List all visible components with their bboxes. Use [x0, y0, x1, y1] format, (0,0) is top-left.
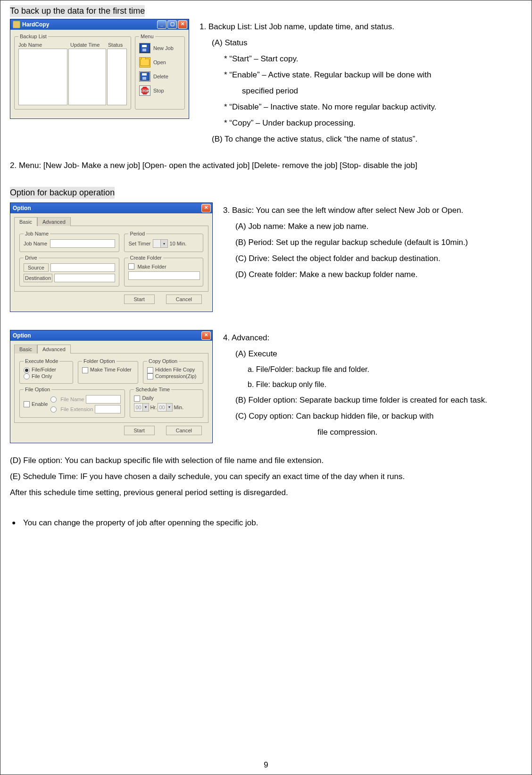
folder-name-input[interactable] — [128, 271, 200, 280]
period-value: 10 Min. — [170, 241, 187, 246]
menu-delete[interactable]: Delete — [139, 71, 181, 82]
document-page: To back up the data for the first time H… — [0, 0, 532, 775]
cancel-button[interactable]: Cancel — [166, 295, 202, 304]
job-list-area[interactable] — [18, 49, 67, 105]
update-time-area[interactable] — [68, 49, 106, 105]
chevron-down-icon: ▾ — [160, 240, 167, 247]
menu-delete-label: Delete — [153, 74, 168, 79]
filename-radio[interactable] — [50, 396, 57, 403]
hardcopy-app-icon — [13, 21, 20, 28]
fileopt-enable-label: Enable — [32, 401, 48, 407]
row-option-advanced: Option ✕ Basic Advanced Execute Mode Fil… — [10, 330, 522, 443]
exec-group: Execute Mode File/Folder File Only — [19, 358, 73, 384]
fileext-radio[interactable] — [50, 406, 57, 413]
adv-explain: 4. Advanced: (A) Execute a. File/Folder:… — [223, 330, 522, 440]
t1-b: (B) To change the active status, click “… — [200, 131, 522, 147]
hr-select[interactable]: 00▾ — [134, 403, 149, 412]
floppy-new-icon — [139, 43, 150, 53]
t4-lb: (B) Folder option: Separate backup time … — [223, 392, 522, 408]
destination-button[interactable]: Destination — [24, 274, 52, 282]
option-basic-body: Basic Advanced Job Name Job Name — [10, 213, 212, 312]
option-basic-close-button[interactable]: ✕ — [201, 204, 211, 212]
destination-path-input[interactable] — [54, 274, 115, 282]
exec-fileonly-radio[interactable] — [24, 373, 30, 379]
menu-group: Menu New Job Open — [135, 34, 185, 110]
option-adv-title: Option — [13, 332, 31, 339]
floppy-icon — [139, 71, 150, 82]
section2-heading: Option for backup operation — [10, 187, 115, 199]
maximize-button[interactable]: ▢ — [167, 20, 177, 29]
fileext-label: File Extension — [60, 406, 93, 412]
createfolder-group: Create Folder Make Folder — [124, 255, 203, 286]
jobname-legend: Job Name — [24, 231, 50, 236]
createfolder-legend: Create Folder — [128, 255, 163, 261]
t4-laa: a. File/Folder: backup file and folder. — [223, 362, 522, 377]
drive-legend: Drive — [24, 255, 39, 261]
t4-lc2: file compression. — [223, 424, 522, 440]
jobname-input[interactable] — [50, 239, 115, 248]
t3-lb: (B) Period: Set up the regular backup sc… — [223, 235, 522, 251]
option-adv-body: Basic Advanced Execute Mode File/Folder … — [10, 341, 212, 443]
filename-input[interactable] — [86, 395, 121, 404]
source-path-input[interactable] — [50, 263, 116, 272]
drive-group: Drive Source Destination — [19, 255, 119, 286]
chevron-down-icon: ▾ — [166, 404, 173, 411]
col-job-name: Job Name — [18, 42, 70, 48]
start-button[interactable]: Start — [124, 295, 155, 304]
copyopt-group: Copy Option Hidden File Copy Compression… — [143, 358, 203, 384]
tab-advanced[interactable]: Advanced — [37, 217, 71, 226]
t1-l1: 1. Backup List: List Job name, update ti… — [200, 19, 522, 35]
status-area[interactable] — [107, 49, 127, 105]
folderopt-group: Folder Option Make Time Folder — [78, 358, 138, 384]
tab-basic[interactable]: Basic — [14, 217, 37, 226]
tab-basic-2[interactable]: Basic — [14, 345, 37, 354]
fileext-input[interactable] — [95, 405, 121, 413]
period-select[interactable]: ▾ — [153, 239, 168, 248]
period-label: Set Timer — [128, 241, 150, 246]
source-button[interactable]: Source — [24, 263, 49, 272]
t1-start: * “Start” – Start copy. — [200, 51, 522, 67]
col-status: Status — [108, 42, 127, 48]
hidden-checkbox[interactable] — [147, 367, 153, 373]
backup-list-group: Backup List Job Name Update Time Status — [14, 34, 131, 110]
option-adv-close-button[interactable]: ✕ — [201, 331, 211, 340]
adv-panel: Execute Mode File/Folder File Only Folde… — [14, 353, 208, 423]
maketimefolder-checkbox[interactable] — [82, 367, 88, 373]
basic-panel: Job Name Job Name Period Set Timer ▾ — [14, 226, 208, 292]
col-update-time: Update Time — [70, 42, 108, 48]
tab-advanced-2[interactable]: Advanced — [37, 345, 71, 354]
t1-disable: * “Disable” – Inactive state. No more re… — [200, 99, 522, 115]
option-basic-titlebar: Option ✕ — [10, 203, 212, 213]
jobname-label: Job Name — [24, 241, 47, 246]
bullet-note: You can change the property of job after… — [10, 515, 522, 531]
exec-filefolder-radio[interactable] — [24, 367, 30, 373]
jobname-group: Job Name Job Name — [19, 231, 119, 252]
adv-start-button[interactable]: Start — [124, 426, 155, 435]
menu-stop-label: Stop — [153, 88, 164, 93]
close-button[interactable]: ✕ — [178, 20, 187, 29]
t4-lc: (C) Copy option: Can backup hidden file,… — [223, 408, 522, 424]
menu-open[interactable]: Open — [139, 57, 181, 67]
adv-cancel-button[interactable]: Cancel — [166, 426, 202, 435]
makefolder-label: Make Folder — [137, 264, 166, 270]
page-number: 9 — [0, 760, 532, 770]
daily-checkbox[interactable] — [134, 396, 140, 402]
fileopt-enable-checkbox[interactable] — [24, 401, 30, 407]
makefolder-checkbox[interactable] — [128, 263, 134, 270]
stop-icon: STOP — [139, 85, 150, 96]
sched-group: Schedule Time Daily 00▾ Hr. 00▾ Min. — [130, 387, 203, 418]
menu-stop[interactable]: STOP Stop — [139, 85, 181, 96]
hardcopy-titlebar: HardCopy _ ▢ ✕ — [10, 19, 189, 30]
row-option-basic: Option ✕ Basic Advanced Job Name Job Nam… — [10, 202, 522, 312]
zip-checkbox[interactable] — [147, 373, 153, 379]
min-select[interactable]: 00▾ — [158, 403, 173, 412]
menu-new-job[interactable]: New Job — [139, 43, 181, 53]
t4-ld: (D) File option: You can backup specific… — [10, 453, 522, 469]
minimize-button[interactable]: _ — [157, 20, 166, 29]
menu-open-label: Open — [153, 59, 166, 65]
backup-list-explain: 1. Backup List: List Job name, update ti… — [200, 19, 522, 147]
period-legend: Period — [128, 231, 146, 236]
copyopt-legend: Copy Option — [147, 358, 179, 364]
section1-heading: To back up the data for the first time — [10, 5, 145, 17]
hardcopy-body: Backup List Job Name Update Time Status — [10, 30, 189, 113]
